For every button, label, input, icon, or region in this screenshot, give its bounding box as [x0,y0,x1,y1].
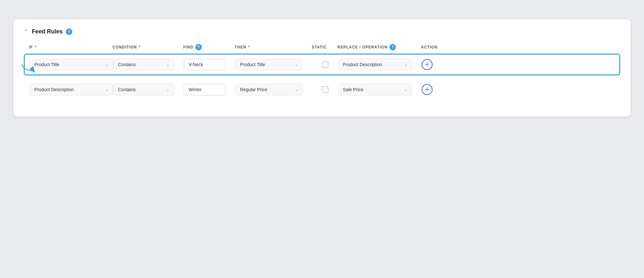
card-header: ⌃ Feed Rules ? [24,28,620,35]
find-input-1[interactable] [184,59,235,70]
static-checkbox-2[interactable] [312,86,338,93]
replace-select-2[interactable]: Sale Price ⌄ [338,84,422,95]
replace-help-icon[interactable]: ? [389,44,396,50]
static-checkbox-1[interactable] [312,61,338,68]
col-replace: REPLACE / OPERATION ? [337,44,421,50]
replace-select-1[interactable]: Product Description ⌄ [338,59,422,70]
collapse-icon[interactable]: ⌃ [24,29,29,35]
rule-row-1: Product Title ⌄ Contains ⌄ Product Title… [24,54,620,75]
find-input-2[interactable] [184,84,235,95]
col-if: IF* [29,45,112,49]
table-header: IF* CONDITION* FIND ? THEN* STATIC REPLA… [24,44,620,54]
chevron-down-icon: ⌄ [404,63,407,67]
arrow-indicator [21,63,37,75]
feed-rules-card: ⌃ Feed Rules ? IF* CONDITION* FIND ? THE… [13,19,631,117]
then-select-1[interactable]: Product Title ⌄ [235,59,312,70]
col-then: THEN* [235,45,312,49]
rule-row-2: Product Description ⌄ Contains ⌄ Regular… [24,79,620,100]
if-select-1[interactable]: Product Title ⌄ [30,59,113,70]
if-select-2[interactable]: Product Description ⌄ [30,84,113,95]
col-condition: CONDITION* [112,45,183,49]
chevron-down-icon: ⌄ [166,63,169,67]
col-find: FIND ? [183,44,235,50]
chevron-down-icon: ⌄ [105,88,108,92]
chevron-down-icon: ⌄ [105,63,108,67]
chevron-down-icon: ⌄ [166,88,169,92]
chevron-down-icon: ⌄ [295,63,298,67]
card-title: Feed Rules [32,28,63,35]
arrow-svg [21,63,37,75]
add-action-2[interactable]: + [422,84,447,95]
col-static: STATIC [312,45,337,49]
condition-select-2[interactable]: Contains ⌄ [113,84,184,95]
add-action-1[interactable]: + [422,59,447,70]
rules-area: Product Title ⌄ Contains ⌄ Product Title… [24,54,620,100]
title-help-icon[interactable]: ? [66,29,72,35]
condition-select-1[interactable]: Contains ⌄ [113,59,184,70]
chevron-down-icon: ⌄ [295,88,298,92]
col-action: ACTION [421,45,447,49]
chevron-down-icon: ⌄ [404,88,407,92]
find-help-icon[interactable]: ? [195,44,202,50]
then-select-2[interactable]: Regular Price ⌄ [235,84,312,95]
